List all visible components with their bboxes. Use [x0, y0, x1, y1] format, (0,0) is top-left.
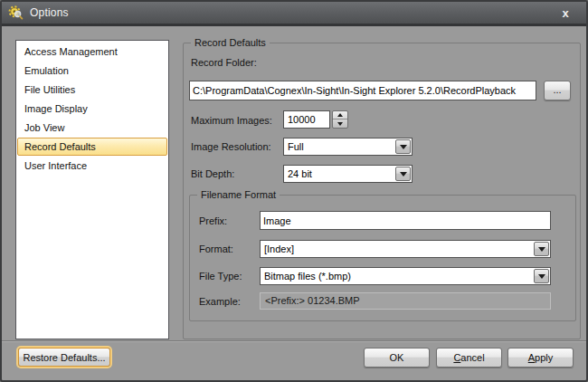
- sidebar-item-image-display[interactable]: Image Display: [17, 100, 167, 118]
- example-value: <Prefix:> 01234.BMP: [260, 292, 551, 310]
- image-resolution-select[interactable]: Full: [283, 138, 413, 156]
- record-folder-input[interactable]: [189, 81, 536, 100]
- category-list: Access Management Emulation File Utiliti…: [15, 40, 169, 339]
- spin-up-icon[interactable]: [333, 111, 347, 119]
- sidebar-item-job-view[interactable]: Job View: [17, 119, 167, 137]
- file-type-value: Bitmap files (*.bmp): [264, 268, 532, 284]
- example-label: Example:: [199, 295, 241, 308]
- format-value: [Index]: [264, 241, 532, 257]
- filename-format-group-title: Filename Format: [197, 188, 280, 201]
- format-select[interactable]: [Index]: [260, 240, 551, 258]
- record-defaults-group-title: Record Defaults: [191, 36, 270, 49]
- sidebar-item-file-utilities[interactable]: File Utilities: [17, 81, 167, 99]
- browse-button[interactable]: ...: [544, 81, 571, 100]
- gear-magnifier-icon: [8, 5, 24, 21]
- prefix-label: Prefix:: [199, 215, 227, 227]
- bit-depth-select[interactable]: 24 bit: [283, 165, 413, 183]
- record-folder-label: Record Folder:: [191, 56, 257, 69]
- maximum-images-input[interactable]: [283, 110, 330, 129]
- chevron-down-icon[interactable]: [534, 269, 549, 283]
- cancel-button[interactable]: Cancel: [436, 348, 502, 368]
- chevron-down-icon[interactable]: [395, 167, 411, 181]
- file-type-select[interactable]: Bitmap files (*.bmp): [260, 267, 551, 285]
- footer-divider: [2, 340, 586, 341]
- spin-down-icon[interactable]: [333, 119, 347, 128]
- sidebar-item-emulation[interactable]: Emulation: [17, 62, 167, 80]
- chevron-down-icon[interactable]: [534, 242, 549, 256]
- file-type-label: File Type:: [199, 270, 242, 282]
- chevron-down-icon[interactable]: [395, 139, 411, 154]
- image-resolution-label: Image Resolution:: [191, 140, 271, 153]
- bit-depth-value: 24 bit: [288, 166, 394, 182]
- window-title: Options: [30, 6, 69, 19]
- filename-format-group: Filename Format Prefix: Format: [Index] …: [189, 195, 576, 321]
- record-defaults-group: Record Defaults Record Folder: ... Maxim…: [183, 43, 581, 339]
- options-dialog: Options x Access Management Emulation Fi…: [0, 0, 588, 382]
- sidebar-item-record-defaults[interactable]: Record Defaults: [17, 138, 167, 156]
- format-label: Format:: [199, 243, 233, 255]
- ok-button[interactable]: OK: [364, 348, 430, 368]
- image-resolution-value: Full: [288, 138, 394, 155]
- sidebar-item-access-management[interactable]: Access Management: [17, 43, 167, 61]
- spin-buttons: [332, 110, 348, 129]
- prefix-input[interactable]: [260, 211, 551, 230]
- restore-defaults-button[interactable]: Restore Defaults...: [18, 348, 110, 367]
- titlebar: Options x: [2, 2, 586, 26]
- close-icon[interactable]: x: [557, 5, 574, 22]
- maximum-images-label: Maximum Images:: [191, 114, 272, 127]
- maximum-images-spinner: [283, 110, 348, 129]
- apply-button[interactable]: Apply: [507, 348, 574, 368]
- bit-depth-label: Bit Depth:: [191, 167, 234, 180]
- sidebar-item-user-interface[interactable]: User Interface: [17, 157, 167, 175]
